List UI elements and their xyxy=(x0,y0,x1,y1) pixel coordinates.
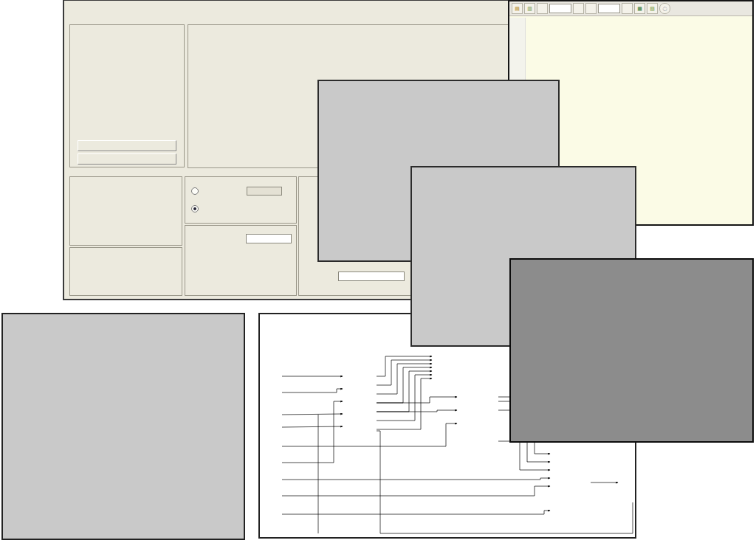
specify-order-radio[interactable] xyxy=(191,187,199,195)
store-filter-button[interactable] xyxy=(78,140,176,151)
publish-html-icon[interactable]: ▧ xyxy=(647,3,658,14)
find-icon[interactable]: ◌ xyxy=(659,3,670,14)
density-factor-field[interactable] xyxy=(246,234,292,243)
response-type-panel xyxy=(69,176,182,246)
editor-cell-toolbar: ▤ ▥ ▦ ▧ ◌ xyxy=(509,1,752,16)
publish-icon[interactable]: ▦ xyxy=(634,3,645,14)
minimum-order-radio[interactable] xyxy=(191,205,199,212)
increase-value-button[interactable] xyxy=(573,3,584,14)
desktop: ▤ ▥ ▦ ▧ ◌ xyxy=(0,0,756,543)
insert-cell-icon[interactable]: ▤ xyxy=(512,3,523,14)
cell-titles-icon[interactable]: ▥ xyxy=(524,3,535,14)
impulse-response-plot xyxy=(3,314,244,539)
scope-plots xyxy=(511,260,752,441)
impulse-response-window xyxy=(1,313,245,540)
options-panel xyxy=(185,225,297,296)
design-method-panel xyxy=(69,247,182,296)
value-step-field[interactable] xyxy=(549,4,571,13)
filter-order-panel xyxy=(185,176,297,224)
filter-manager-button[interactable] xyxy=(78,153,176,165)
decrease-value-button[interactable] xyxy=(537,3,548,14)
divide-value-button[interactable] xyxy=(585,3,597,14)
specify-order-field[interactable] xyxy=(247,187,282,196)
current-filter-info-panel xyxy=(69,24,185,167)
wstop2-field[interactable] xyxy=(338,272,405,281)
value-multiplier-field[interactable] xyxy=(598,4,620,13)
multiply-value-button[interactable] xyxy=(622,3,633,14)
scope-window xyxy=(509,258,754,443)
